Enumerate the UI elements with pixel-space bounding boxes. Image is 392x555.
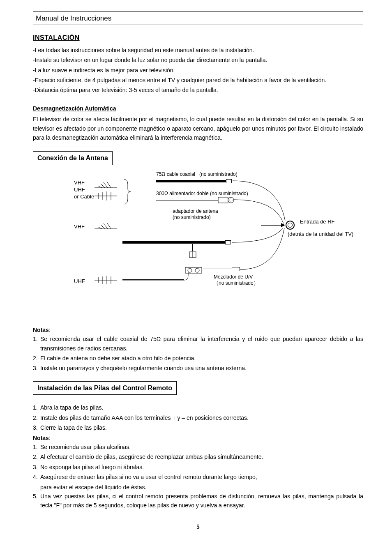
label-adapter: adaptador de antena (no suministrado)	[173, 208, 218, 221]
num: 1.	[33, 403, 40, 412]
note-text: Al efectuar el cambio de pilas, asegúres…	[40, 452, 363, 461]
antenna-icon	[95, 190, 119, 202]
page-header: Manual de Instrucciones	[33, 12, 363, 25]
remote-note-item: 2. Al efectuar el cambio de pilas, asegú…	[33, 452, 363, 461]
svg-line-4	[107, 182, 111, 188]
antenna-note-item: 2. El cable de antena no debe ser atado …	[33, 354, 363, 363]
adapter-note-text: (no suministrado)	[173, 214, 218, 221]
note-text: Asegúrese de extraer las pilas si no va …	[40, 472, 363, 481]
line-icon	[192, 244, 193, 251]
vhf-cable-icon	[122, 241, 225, 244]
no-sumin-text: (no suministrado)	[199, 171, 238, 177]
step-text: Abra la tapa de las pilas.	[40, 403, 363, 412]
notes-label: Notas	[33, 327, 49, 333]
mixer-note-text: （no suministrado）	[214, 280, 258, 287]
svg-line-1	[98, 186, 102, 188]
num: 1.	[33, 334, 40, 353]
svg-rect-20	[218, 197, 228, 203]
feeder-line-icon	[156, 199, 218, 200]
num: 1.	[33, 442, 40, 451]
svg-line-11	[98, 227, 102, 229]
note-text: Instale un pararrayos y chequéelo regula…	[40, 364, 363, 373]
arrow-icon	[281, 223, 285, 227]
adapter-icon	[218, 196, 234, 205]
install-item: -Distancia óptima para ver televisión: 3…	[33, 85, 363, 94]
num: 2.	[33, 354, 40, 363]
brace-icon	[122, 178, 134, 205]
connector-icon	[225, 240, 231, 244]
num: 3.	[33, 463, 40, 472]
install-item: -La luz suave e indirecta es la mejor pa…	[33, 66, 363, 75]
uhf-feeder-icon	[122, 279, 184, 281]
page-number: 5	[33, 522, 363, 532]
label-rf-in: Entrada de RF	[300, 219, 335, 226]
svg-line-2	[101, 184, 105, 188]
adapter-text: adaptador de antena	[173, 208, 218, 215]
line-icon	[261, 225, 281, 226]
num: 3.	[33, 364, 40, 373]
svg-point-27	[195, 268, 199, 272]
note-text: El cable de antena no debe ser atado a o…	[40, 354, 363, 363]
antenna-icon	[95, 272, 119, 284]
curve-icon	[184, 272, 192, 288]
line-icon	[203, 269, 232, 269]
svg-line-14	[107, 223, 111, 229]
label-vhf: VHF	[74, 223, 85, 230]
coax-cable-icon	[156, 180, 226, 182]
antenna-notes: Notas:	[33, 325, 363, 334]
note-text: Se recomienda usar el cable coaxial de 7…	[40, 334, 363, 353]
antenna-icon	[95, 219, 119, 231]
curve-icon	[240, 227, 287, 272]
num: 2.	[33, 452, 40, 461]
num: 3.	[33, 423, 40, 432]
remote-note-item: 5. Una vez puestas las pilas, ci el cont…	[33, 492, 363, 510]
antenna-diagram: VHF UHF or Cable VHF UHF 75Ω cable coaxi…	[33, 173, 363, 313]
install-item: -Instale su televisor en un lugar donde …	[33, 55, 363, 64]
remote-note-item: 1. Se recomienda usar pilas alcalinas.	[33, 442, 363, 451]
demag-body: El televisor de color se afecta fácilmen…	[33, 115, 363, 142]
colon: :	[49, 327, 51, 333]
install-item: -Lea todas las instrucciones sobre la se…	[33, 46, 363, 55]
svg-line-12	[101, 225, 105, 229]
note-text: Se recomienda usar pilas alcalinas.	[40, 442, 363, 451]
label-uhf: UHF	[74, 278, 85, 285]
step-text: Instale dos pilas de tamaño AAA con los …	[40, 413, 363, 422]
remote-note-continuation: para evitar el escape del líquido de ést…	[40, 483, 363, 492]
antenna-section-title: Conexión de la Antena	[33, 151, 113, 165]
antenna-note-item: 3. Instale un pararrayos y chequéelo reg…	[33, 364, 363, 373]
remote-note-item: 3. No exponga las pilas al fuego ni ábra…	[33, 463, 363, 472]
label-mixer: Mezclador de U/V （no suministrado）	[214, 274, 258, 287]
connector-icon	[232, 267, 240, 271]
remote-step: 3. Cierre la tapa de las pilas.	[33, 423, 363, 432]
coax75-text: 75Ω cable coaxial	[156, 171, 195, 177]
mixer-text: Mezclador de U/V	[214, 274, 258, 281]
remote-step: 2. Instale dos pilas de tamaño AAA con l…	[33, 413, 363, 422]
num: 2.	[33, 413, 40, 422]
install-item: -Espacio suficiente, de 4 pulgadas al me…	[33, 76, 363, 85]
note-text: Una vez puestas las pilas, ci el control…	[40, 492, 363, 510]
antenna-icon	[95, 177, 119, 190]
install-title: INSTALACIÓN	[33, 32, 363, 43]
num: 4.	[33, 472, 40, 481]
remote-notes-label: Notas:	[33, 433, 363, 442]
num: 5.	[33, 492, 40, 510]
notes-label: Notas	[33, 435, 49, 441]
rf-port-icon	[286, 221, 295, 230]
splitter-icon	[189, 251, 197, 259]
svg-point-22	[230, 199, 232, 201]
remote-note-item: 4. Asegúrese de extraer las pilas si no …	[33, 472, 363, 481]
demag-title: Desmagnetización Automática	[33, 104, 363, 113]
remote-step: 1. Abra la tapa de las pilas.	[33, 403, 363, 412]
antenna-note-item: 1. Se recomienda usar el cable coaxial d…	[33, 334, 363, 353]
label-vhf-uhf-cable: VHF UHF or Cable	[74, 180, 94, 200]
colon: :	[49, 435, 51, 441]
note-text: No exponga las pilas al fuego ni ábralas…	[40, 463, 363, 472]
install-list: -Lea todas las instrucciones sobre la se…	[33, 46, 363, 95]
label-rf-note: (detrás de la unidad del TV)	[288, 231, 353, 238]
step-text: Cierre la tapa de las pilas.	[40, 423, 363, 432]
connector-icon	[226, 179, 232, 183]
label-coax75: 75Ω cable coaxial (no suministrado)	[156, 171, 238, 178]
remote-section-title: Instalación de las Pilas del Control Rem…	[33, 381, 177, 395]
